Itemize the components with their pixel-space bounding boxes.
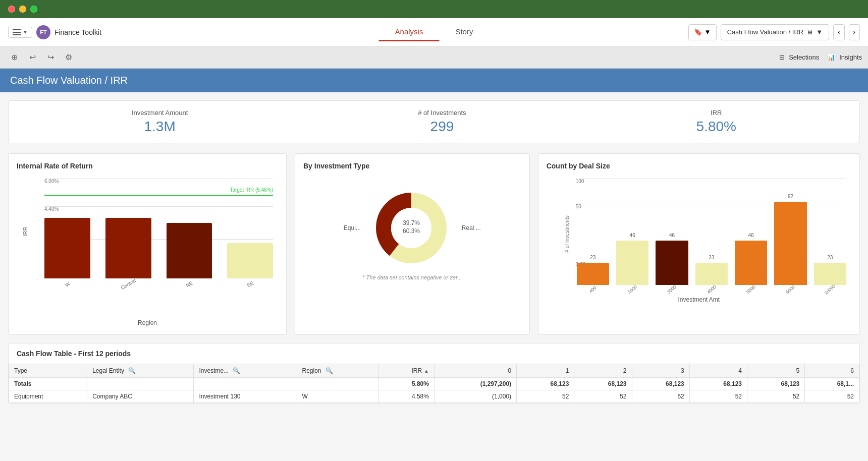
deal-bar-400-value: 23: [590, 255, 595, 260]
row1-type: Equipment: [9, 390, 87, 403]
svg-text:39.7%: 39.7%: [403, 219, 420, 226]
hamburger-icon: [13, 29, 21, 35]
current-sheet-button[interactable]: Cash Flow Valuation / IRR 🖥 ▼: [721, 24, 829, 40]
col-0-label: 0: [508, 367, 511, 374]
col-2-label: 2: [623, 367, 627, 374]
settings-button[interactable]: ⚙: [61, 49, 77, 66]
deal-bar-4000-value: 23: [709, 255, 714, 260]
donut-svg: 39.7% 60.3%: [371, 188, 452, 268]
chevron-left-icon: ‹: [838, 28, 840, 36]
row1-col3: 52: [632, 390, 689, 403]
nav-next-button[interactable]: ›: [849, 24, 860, 40]
bar-Central-fill: [105, 218, 151, 278]
minimize-button[interactable]: [19, 6, 26, 13]
insights-button[interactable]: 📊 Insights: [827, 53, 862, 61]
donut-label-left: Equi...: [344, 224, 361, 232]
deal-bar-10000[interactable]: 23 10000: [814, 263, 846, 292]
kpi-num-investments: # of Investments 299: [418, 109, 466, 135]
deal-bar-5000-fill: [735, 241, 767, 285]
col-legal-entity: Legal Entity 🔍: [87, 364, 194, 378]
deal-bar-400-label: 400: [588, 285, 598, 294]
kpi-irr-value: 5.80%: [696, 119, 736, 135]
deal-bar-400[interactable]: 23 400: [577, 263, 609, 292]
deal-bar-1000-label: 1000: [627, 284, 638, 295]
redo-button[interactable]: ↪: [42, 49, 59, 66]
kpi-irr: IRR 5.80%: [696, 109, 736, 135]
totals-col1: 68,123: [517, 378, 574, 390]
svg-text:60.3%: 60.3%: [403, 227, 420, 235]
search-icon[interactable]: 🔍: [233, 367, 240, 374]
irr-bar-chart-container: IRR 6.00% 4.40% 3.00% Target IRR (5.46%): [17, 176, 278, 307]
insights-label: Insights: [839, 53, 862, 61]
bar-NE[interactable]: NE: [167, 223, 212, 287]
col-4-label: 4: [738, 367, 742, 374]
deal-bar-4000[interactable]: 23 4000: [695, 263, 728, 292]
col-3-label: 3: [681, 367, 684, 374]
redo-icon: ↪: [47, 52, 54, 62]
avatar: FT: [36, 25, 50, 39]
nav-prev-button[interactable]: ‹: [833, 24, 844, 40]
bar-NE-fill: [167, 223, 212, 278]
irr-chart-title: Internal Rate of Return: [17, 162, 278, 170]
bar-SE-label: SE: [246, 280, 254, 288]
bar-SE-fill: [227, 243, 273, 278]
bar-Central-label: Central: [120, 278, 136, 291]
selections-button[interactable]: ⊞ Selections: [779, 53, 819, 61]
bookmark-button[interactable]: 🔖 ▼: [688, 24, 717, 40]
totals-col4: 68,123: [689, 378, 747, 390]
deal-x-label: Investment Amt: [547, 296, 851, 303]
row1-legal-entity: Company ABC: [87, 390, 194, 403]
col-0: 0: [434, 364, 516, 378]
tab-analysis[interactable]: Analysis: [379, 23, 440, 41]
deal-chart-title: Count by Deal Size: [547, 162, 851, 170]
sort-icon[interactable]: ▲: [424, 368, 429, 374]
header-tabs: Analysis Story: [379, 23, 490, 41]
app-header: ▼ FT Finance Toolkit Analysis Story 🔖 ▼ …: [0, 18, 868, 46]
donut-note: * The data set contains negative or zer.…: [362, 274, 462, 280]
settings-icon: ⚙: [65, 52, 72, 62]
title-bar: [0, 0, 868, 18]
row1-investment: Investment 130: [194, 390, 297, 403]
deal-bar-5000[interactable]: 46 5000: [735, 241, 767, 292]
maximize-button[interactable]: [30, 6, 37, 13]
selections-label: Selections: [789, 53, 819, 61]
row1-region: W: [297, 390, 378, 403]
deal-bar-1000[interactable]: 46 1000: [616, 241, 648, 292]
totals-investment: [194, 378, 297, 390]
bar-W[interactable]: W: [44, 218, 90, 287]
deal-bar-6000[interactable]: 92 6000: [774, 202, 806, 292]
toolbar: ⊕ ↩ ↪ ⚙ ⊞ Selections 📊 Insights: [0, 46, 868, 69]
close-button[interactable]: [8, 6, 15, 13]
col-irr-label: IRR: [411, 367, 422, 374]
col-type-label: Type: [14, 367, 27, 374]
search-icon[interactable]: 🔍: [326, 367, 333, 374]
totals-col3: 68,123: [632, 378, 689, 390]
table-panel: Cash Flow Table - First 12 periods Type …: [8, 343, 860, 404]
col-1: 1: [517, 364, 574, 378]
deal-bar-1000-fill: [616, 241, 648, 285]
search-icon[interactable]: 🔍: [128, 367, 136, 374]
bar-Central[interactable]: Central: [105, 218, 151, 287]
donut-chart-title: By Investment Type: [303, 162, 521, 170]
deal-bar-10000-label: 10000: [824, 283, 837, 296]
deal-bar-3000-value: 46: [669, 233, 675, 238]
app-name: Finance Toolkit: [55, 28, 101, 36]
donut-row: Equi... 39.7% 60.3%: [344, 188, 481, 268]
kpi-investment-amount-value: 1.3M: [132, 119, 188, 135]
hamburger-menu-button[interactable]: ▼: [8, 27, 32, 38]
undo-button[interactable]: ↩: [24, 49, 40, 66]
deal-bar-3000[interactable]: 46 3000: [656, 241, 688, 292]
bar-W-fill: [44, 218, 90, 278]
y-tick-top: 6.00%: [44, 179, 273, 184]
smart-search-icon: ⊕: [11, 52, 18, 62]
col-irr: IRR ▲: [378, 364, 434, 378]
deal-bar-3000-fill: [656, 241, 688, 285]
table-title: Cash Flow Table - First 12 periods: [9, 343, 859, 364]
kpi-num-investments-label: # of Investments: [418, 109, 466, 117]
smart-search-button[interactable]: ⊕: [6, 49, 22, 66]
table-scroll[interactable]: Type Legal Entity 🔍 Investme...: [9, 364, 859, 403]
donut-svg-container: 39.7% 60.3%: [371, 188, 452, 268]
bar-SE[interactable]: SE: [227, 243, 273, 287]
donut-label-right: Real ...: [462, 224, 481, 232]
tab-story[interactable]: Story: [439, 23, 489, 41]
